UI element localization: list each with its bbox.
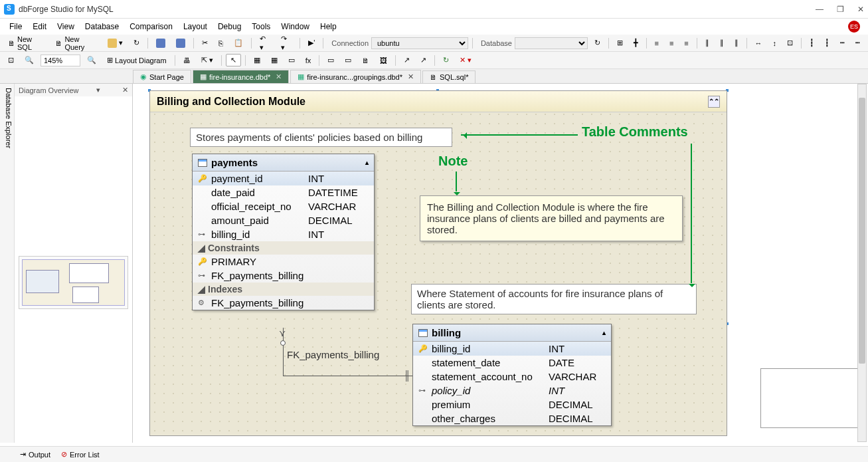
view-tool-icon[interactable]: ▦	[267, 55, 282, 66]
align-top-icon[interactable]: ∥	[701, 37, 713, 49]
refresh-button[interactable]: ↻	[130, 37, 143, 49]
copy-button[interactable]: ⎘	[215, 38, 227, 49]
menu-layout[interactable]: Layout	[178, 21, 213, 33]
align-mid-icon[interactable]: ∥	[716, 37, 728, 49]
pointer-tool-icon[interactable]: ↖	[226, 54, 241, 66]
column-row[interactable]: statement_account_noVARCHAR	[413, 370, 611, 384]
align-center-icon[interactable]: ≡	[665, 38, 677, 49]
relation-line[interactable]	[283, 376, 412, 376]
tab-start-page[interactable]: ◉Start Page	[133, 70, 191, 83]
constraints-section[interactable]: ◢Constraints	[193, 241, 374, 255]
menu-comparison[interactable]: Comparison	[124, 21, 178, 33]
diagram-canvas-container[interactable]: Billing and Collection Module ⌃⌃ Stores …	[133, 84, 868, 443]
menu-window[interactable]: Window	[276, 21, 315, 33]
print-icon[interactable]: 🖶	[179, 55, 195, 66]
column-row[interactable]: other_chargesDECIMAL	[413, 411, 611, 425]
maximize-button[interactable]: ❐	[837, 5, 844, 14]
relation-new-icon[interactable]: ↗	[400, 55, 414, 66]
db-refresh-button[interactable]: ↻	[590, 37, 604, 49]
column-row[interactable]: 🔑billing_idINT	[413, 342, 611, 356]
open-button[interactable]: ▾	[104, 37, 127, 49]
column-row[interactable]: ⊶policy_idINT	[413, 384, 611, 398]
menu-help[interactable]: Help	[315, 21, 342, 33]
tab-fire-insurance-groupings[interactable]: ▦fire-insuranc...groupings.dbd*✕	[290, 70, 421, 83]
menu-file[interactable]: File	[4, 21, 27, 33]
menu-debug[interactable]: Debug	[213, 21, 246, 33]
error-list-tab[interactable]: ⊘Error List	[61, 450, 100, 459]
export-icon[interactable]: ⇱ ▾	[197, 55, 217, 66]
note-tool-icon[interactable]: 🗎	[358, 55, 373, 66]
menu-database[interactable]: Database	[80, 21, 124, 33]
column-row[interactable]: date_paidDATETIME	[193, 185, 374, 199]
collapse-arrow-icon[interactable]: ▴	[602, 329, 606, 336]
database-explorer-tab[interactable]: Database Explorer	[0, 84, 15, 443]
menu-edit[interactable]: Edit	[27, 21, 52, 33]
cut-button[interactable]: ✂	[198, 37, 212, 49]
output-tab[interactable]: ⇥Output	[20, 450, 50, 459]
table-header-payments[interactable]: payments ▴	[193, 154, 374, 172]
save-all-button[interactable]	[172, 37, 189, 49]
database-select[interactable]	[515, 37, 588, 49]
new-query-button[interactable]: 🗎 New Query	[51, 34, 101, 53]
zoom-input[interactable]	[41, 55, 80, 66]
overview-dropdown-icon[interactable]: ▾	[96, 86, 100, 94]
language-indicator[interactable]: ES	[848, 21, 860, 33]
spacing-h2-icon[interactable]: ┇	[821, 37, 833, 49]
diagram-canvas[interactable]: Billing and Collection Module ⌃⌃ Stores …	[133, 84, 868, 443]
menu-tools[interactable]: Tools	[246, 21, 276, 33]
spacing-v-icon[interactable]: ┅	[836, 37, 849, 49]
note-box[interactable]: The Billing and Collection Module is whe…	[420, 195, 683, 241]
tab-fire-insurance-dbd[interactable]: ▦fire-insurance.dbd*✕	[193, 70, 289, 83]
new-sql-button[interactable]: 🗎 New SQL	[4, 34, 48, 53]
refresh-diagram-icon[interactable]: ↻	[439, 55, 453, 66]
delete-icon[interactable]: ✕ ▾	[456, 55, 476, 66]
table-billing[interactable]: billing ▴ 🔑billing_idINT statement_dateD…	[412, 324, 612, 426]
minimize-button[interactable]: —	[816, 5, 824, 14]
height-icon[interactable]: ↕	[769, 38, 781, 49]
module-header[interactable]: Billing and Collection Module ⌃⌃	[150, 91, 727, 112]
indexes-section[interactable]: ◢Indexes	[193, 283, 374, 296]
save-button[interactable]	[152, 37, 169, 49]
align-bot-icon[interactable]: ∥	[731, 37, 742, 49]
zoom-fit-icon[interactable]: ⊡	[4, 55, 18, 66]
image-tool-icon[interactable]: 🖼	[376, 55, 391, 66]
column-row[interactable]: ⊶billing_idINT	[193, 227, 374, 241]
constraint-row[interactable]: 🔑PRIMARY	[193, 255, 374, 269]
zoom-in-icon[interactable]: 🔍	[83, 55, 100, 66]
index-row[interactable]: ⚙FK_payments_billing	[193, 296, 374, 310]
layout-diagram-button[interactable]: ⊞ Layout Diagram	[103, 55, 171, 66]
tab-sql[interactable]: 🗎SQL.sql*	[422, 70, 476, 83]
spacing-v2-icon[interactable]: ┅	[851, 37, 864, 49]
comment-billing[interactable]: Where Statement of accounts for fire ins…	[411, 284, 697, 314]
column-row[interactable]: premiumDECIMAL	[413, 398, 611, 411]
size-icon[interactable]: ⊡	[783, 37, 797, 49]
empty-shape[interactable]	[760, 368, 867, 428]
stamp-tool-icon[interactable]: ▭	[341, 55, 355, 66]
width-icon[interactable]: ↔	[751, 38, 766, 49]
constraint-row[interactable]: ⊶FK_payments_billing	[193, 269, 374, 283]
collapse-arrow-icon[interactable]: ▴	[365, 159, 369, 166]
align-right-icon[interactable]: ≡	[680, 38, 692, 49]
paste-button[interactable]: 📋	[230, 37, 247, 49]
execute-button[interactable]: ▶'	[304, 37, 319, 49]
table-payments[interactable]: payments ▴ 🔑payment_idINT date_paidDATET…	[192, 154, 375, 310]
undo-button[interactable]: ↶ ▾	[256, 33, 274, 53]
redo-button[interactable]: ↷ ▾	[277, 33, 296, 53]
overview-thumbnail[interactable]	[19, 256, 128, 309]
connection-select[interactable]: ubuntu	[371, 37, 468, 49]
menu-view[interactable]: View	[52, 21, 80, 33]
comment-payments[interactable]: Stores payments of clients' policies bas…	[190, 128, 452, 147]
zoom-search-icon[interactable]: 🔍	[21, 55, 38, 66]
proc-tool-icon[interactable]: fx	[302, 55, 315, 66]
snap-icon[interactable]: ⊞	[613, 37, 627, 49]
scroll-thumb[interactable]	[859, 98, 865, 364]
container-tool-icon[interactable]: ▭	[323, 55, 338, 66]
overview-close-icon[interactable]: ✕	[122, 86, 128, 94]
column-row[interactable]: amount_paidDECIMAL	[193, 213, 374, 227]
vertical-scrollbar[interactable]	[857, 84, 867, 442]
column-row[interactable]: statement_dateDATE	[413, 356, 611, 370]
column-row[interactable]: official_receipt_noVARCHAR	[193, 199, 374, 213]
close-icon[interactable]: ✕	[408, 72, 414, 81]
table-header-billing[interactable]: billing ▴	[413, 324, 611, 342]
align-left-icon[interactable]: ≡	[651, 38, 663, 49]
